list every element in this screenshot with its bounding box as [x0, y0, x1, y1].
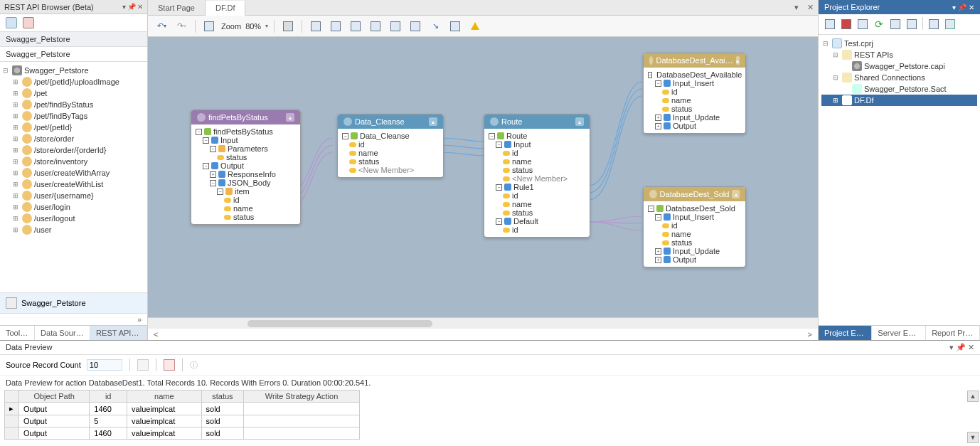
collapse-icon[interactable]: ▴ [732, 190, 740, 198]
tab-report-props[interactable]: Report Prope… [926, 326, 980, 340]
tree-root[interactable]: ⊟ Swagger_Petstore [1, 65, 146, 76]
expand-icon[interactable]: ⊞ [11, 135, 20, 142]
dp-v-scrollbar[interactable]: ▲ [967, 391, 979, 402]
collapse-icon[interactable]: ▴ [736, 56, 740, 65]
node-header[interactable]: Route ▴ [484, 115, 590, 129]
tree-endpoint[interactable]: ⊞/pet/findByStatus [1, 99, 146, 110]
expand-icon[interactable]: ⊞ [11, 147, 20, 154]
design-canvas[interactable]: findPetsByStatus ▴ −findPetsByStatus −In… [148, 37, 818, 317]
dp-table[interactable]: Object PathidnamestatusWrite Strategy Ac… [4, 390, 360, 440]
undo-button[interactable]: ↶▾ [154, 18, 169, 34]
layout-btn-2[interactable] [328, 18, 343, 34]
expand-icon[interactable]: ⊞ [11, 124, 20, 131]
tree-endpoint[interactable]: ⊞/store/inventory [1, 156, 146, 167]
panel-dropdown-icon[interactable]: ▾ [952, 4, 956, 11]
tab-server-explorer[interactable]: Server Explorer [872, 326, 926, 340]
node-header[interactable]: findPetsByStatus ▴ [191, 110, 300, 124]
proj-root[interactable]: ⊟Test.cprj [821, 38, 977, 49]
expand-icon[interactable]: ⊟ [1, 67, 10, 74]
connection-row[interactable]: Swagger_Petstore [0, 292, 147, 313]
dp-run-icon[interactable] [164, 359, 175, 371]
proj-rest-item[interactable]: Swagger_Petstore.capi [821, 60, 977, 72]
table-row[interactable]: ▸Output1460valueimplcatsold [5, 403, 360, 415]
expand-icon[interactable]: ⊞ [11, 112, 20, 120]
node-data-cleanse[interactable]: Data_Cleanse ▴ −Data_Cleanse id name sta… [337, 114, 444, 178]
tab-project-explorer[interactable]: Project Explo… [819, 326, 872, 340]
node-header[interactable]: DatabaseDest_Sold ▴ [644, 187, 745, 201]
tree-endpoint[interactable]: ⊞/store/order/{orderId} [1, 144, 146, 156]
node-header[interactable]: Data_Cleanse ▴ [338, 115, 443, 129]
collapse-icon[interactable]: ▴ [286, 113, 294, 122]
tree-endpoint[interactable]: ⊞/pet [1, 87, 146, 99]
layout-btn-4[interactable] [368, 18, 383, 34]
warning-icon[interactable] [467, 18, 483, 34]
panel-close-icon[interactable]: ✕ [137, 3, 143, 11]
print-button[interactable] [280, 18, 296, 34]
src-record-input[interactable] [87, 359, 122, 371]
expand-icon[interactable]: ⊞ [11, 78, 20, 85]
settings-icon[interactable] [6, 297, 17, 309]
expand-icon[interactable]: ⊞ [11, 90, 20, 97]
tab-dfdf[interactable]: DF.Df [206, 1, 246, 16]
dp-stop-icon[interactable] [137, 359, 149, 371]
tab-datasource[interactable]: Data Source… [35, 326, 90, 340]
expand-icon[interactable]: ⊞ [11, 226, 20, 233]
tree-endpoint[interactable]: ⊞/pet/{petId}/uploadImage [1, 76, 146, 87]
tree-endpoint[interactable]: ⊞/pet/{petId} [1, 122, 146, 133]
layout-btn-3[interactable] [348, 18, 363, 34]
rt-btn-2[interactable] [839, 17, 853, 31]
breadcrumb-1[interactable]: Swagger_Petstore [0, 32, 147, 47]
tab-toolbox[interactable]: Toolbox [0, 326, 35, 340]
node-route[interactable]: Route ▴ −Route −Input id name status <Ne… [484, 114, 590, 238]
fit-button[interactable] [201, 18, 217, 34]
dp-info-icon[interactable]: ⓘ [190, 360, 198, 371]
doc-dropdown-icon[interactable]: ▾ [790, 3, 803, 12]
rt-btn-5[interactable] [888, 17, 902, 31]
tree-endpoint[interactable]: ⊞/user [1, 224, 146, 235]
panel-pin-icon[interactable]: 📌 [958, 4, 966, 11]
tree-endpoint[interactable]: ⊞/user/{username} [1, 190, 146, 201]
panel-close-icon[interactable]: ✕ [968, 343, 974, 352]
expand-icon[interactable]: ⊞ [11, 203, 20, 211]
expand-icon[interactable]: ⊞ [11, 192, 20, 199]
rt-btn-7[interactable] [927, 17, 941, 31]
proj-shared[interactable]: ⊟Shared Connections [821, 72, 977, 83]
proj-dfdf[interactable]: ⊞DF.Df [821, 95, 977, 106]
panel-pin-icon[interactable]: 📌 [956, 343, 966, 352]
rt-refresh-icon[interactable]: ⟳ [872, 17, 886, 31]
rt-btn-8[interactable] [943, 17, 957, 31]
link-button[interactable]: ↘ [427, 18, 443, 34]
node-db-available[interactable]: DatabaseDest_Avai… ▴ −DatabaseDest_Avail… [643, 53, 746, 134]
expand-icon[interactable]: ⊞ [11, 215, 20, 222]
tab-restapi[interactable]: REST API Br… [90, 326, 147, 340]
project-tree[interactable]: ⊟Test.cprj ⊟REST APIs Swagger_Petstore.c… [819, 35, 980, 325]
canvas-nav-arrows[interactable]: <> [148, 329, 818, 340]
dp-v-scrollbar-bottom[interactable]: ▼ [967, 432, 979, 443]
panel-pin-icon[interactable]: 📌 [127, 3, 136, 11]
layout-btn-1[interactable] [308, 18, 324, 34]
layout-btn-5[interactable] [388, 18, 403, 34]
layout-btn-7[interactable] [447, 18, 463, 34]
tab-start-page[interactable]: Start Page [148, 0, 206, 15]
add-api-icon[interactable] [6, 17, 17, 28]
expand-icon[interactable]: ⊞ [11, 101, 20, 108]
node-header[interactable]: DatabaseDest_Avai… ▴ [644, 53, 745, 68]
proj-shared-item[interactable]: Swagger_Petstore.Sact [821, 83, 977, 95]
panel-dropdown-icon[interactable]: ▾ [122, 3, 126, 11]
api-tree[interactable]: ⊟ Swagger_Petstore ⊞/pet/{petId}/uploadI… [0, 62, 147, 292]
node-findpetsbystatus[interactable]: findPetsByStatus ▴ −findPetsByStatus −In… [191, 110, 301, 225]
doc-close-icon[interactable]: ✕ [803, 3, 818, 12]
rt-btn-1[interactable] [823, 17, 837, 31]
table-row[interactable]: Output1460valueimplcatsold [5, 428, 360, 440]
collapse-icon[interactable]: ▴ [429, 117, 437, 126]
scroll-down-icon[interactable]: ▼ [967, 432, 979, 443]
redo-button[interactable]: ↷▾ [174, 18, 189, 34]
rt-btn-6[interactable] [905, 17, 919, 31]
scroll-arrows[interactable]: » [0, 313, 147, 325]
scroll-up-icon[interactable]: ▲ [967, 391, 979, 402]
tree-endpoint[interactable]: ⊞/store/order [1, 133, 146, 144]
layout-btn-6[interactable] [408, 18, 423, 34]
table-row[interactable]: Output5valueimplcatsold [5, 415, 360, 428]
rt-btn-3[interactable] [856, 17, 870, 31]
tree-endpoint[interactable]: ⊞/pet/findByTags [1, 110, 146, 122]
